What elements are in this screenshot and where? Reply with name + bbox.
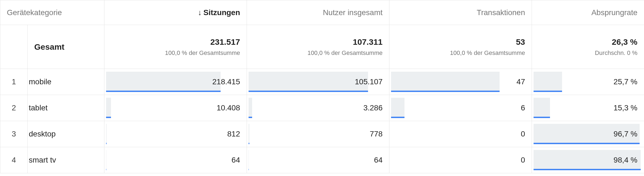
totals-absprungrate: 26,3 % Durchschn. 0 %	[532, 25, 644, 69]
row-metric-value: 10.408	[104, 95, 247, 121]
totals-sitzungen-value: 231.517	[111, 37, 240, 47]
totals-nutzer: 107.311 100,0 % der Gesamtsumme	[247, 25, 389, 69]
row-category[interactable]: smart tv	[28, 147, 104, 173]
row-metric-value: 47	[389, 69, 532, 95]
row-category[interactable]: desktop	[28, 121, 104, 147]
row-metric: 25,7 %	[532, 69, 644, 95]
row-index: 4	[0, 147, 28, 173]
row-metric-value: 6	[389, 95, 532, 121]
totals-idx	[0, 25, 28, 69]
row-metric-value: 778	[247, 121, 389, 147]
row-index: 3	[0, 121, 28, 147]
sort-desc-icon: ↓	[198, 8, 202, 17]
totals-sitzungen: 231.517 100,0 % der Gesamtsumme	[104, 25, 247, 69]
col-header-sitzungen[interactable]: ↓Sitzungen	[104, 0, 247, 25]
row-metric: 105.107	[247, 69, 389, 95]
row-index: 1	[0, 69, 28, 95]
row-category[interactable]: tablet	[28, 95, 104, 121]
col-header-transaktionen-label: Transaktionen	[477, 8, 525, 17]
row-metric-value: 3.286	[247, 95, 389, 121]
row-metric: 10.408	[104, 95, 247, 121]
row-metric: 218.415	[104, 69, 247, 95]
row-metric: 15,3 %	[532, 95, 644, 121]
col-header-category[interactable]: Gerätekategorie	[0, 0, 104, 25]
row-metric-value: 96,7 %	[532, 121, 644, 147]
totals-row: Gesamt 231.517 100,0 % der Gesamtsumme 1…	[0, 25, 644, 69]
totals-label-cell: Gesamt	[28, 25, 104, 69]
row-metric: 47	[389, 69, 532, 95]
row-category[interactable]: mobile	[28, 69, 104, 95]
row-metric-value: 218.415	[104, 69, 247, 95]
col-header-transaktionen[interactable]: Transaktionen	[389, 0, 532, 25]
totals-transaktionen: 53 100,0 % der Gesamtsumme	[389, 25, 532, 69]
row-index: 2	[0, 95, 28, 121]
col-header-absprungrate-label: Absprungrate	[591, 8, 637, 17]
col-header-sitzungen-label: Sitzungen	[203, 8, 240, 17]
row-metric: 778	[247, 121, 389, 147]
row-metric-value: 64	[247, 147, 389, 173]
totals-nutzer-value: 107.311	[253, 37, 383, 47]
row-metric: 98,4 %	[532, 147, 644, 173]
totals-sitzungen-sub: 100,0 % der Gesamtsumme	[111, 49, 240, 57]
row-metric-value: 25,7 %	[532, 69, 644, 95]
totals-absprungrate-sub: Durchschn. 0 %	[538, 49, 637, 57]
row-metric: 64	[104, 147, 247, 173]
col-header-nutzer-label: Nutzer insgesamt	[323, 8, 383, 17]
row-metric: 0	[389, 121, 532, 147]
row-metric-value: 0	[389, 147, 532, 173]
row-metric-value: 98,4 %	[532, 147, 644, 173]
row-metric-value: 64	[104, 147, 247, 173]
col-header-category-label: Gerätekategorie	[7, 8, 62, 17]
table-header-row: Gerätekategorie ↓Sitzungen Nutzer insges…	[0, 0, 644, 25]
row-metric: 6	[389, 95, 532, 121]
row-metric: 3.286	[247, 95, 389, 121]
analytics-table: Gerätekategorie ↓Sitzungen Nutzer insges…	[0, 0, 644, 173]
table-row[interactable]: 1mobile218.415105.1074725,7 %	[0, 69, 644, 95]
col-header-nutzer[interactable]: Nutzer insgesamt	[247, 0, 389, 25]
totals-nutzer-sub: 100,0 % der Gesamtsumme	[253, 49, 383, 57]
totals-absprungrate-value: 26,3 %	[538, 37, 637, 47]
row-metric: 96,7 %	[532, 121, 644, 147]
row-metric-value: 0	[389, 121, 532, 147]
totals-transaktionen-sub: 100,0 % der Gesamtsumme	[396, 49, 525, 57]
table-row[interactable]: 3desktop812778096,7 %	[0, 121, 644, 147]
table-row[interactable]: 4smart tv6464098,4 %	[0, 147, 644, 173]
totals-label: Gesamt	[34, 42, 64, 51]
row-metric: 0	[389, 147, 532, 173]
row-metric-value: 15,3 %	[532, 95, 644, 121]
col-header-absprungrate[interactable]: Absprungrate	[532, 0, 644, 25]
row-metric-value: 812	[104, 121, 247, 147]
row-metric-value: 105.107	[247, 69, 389, 95]
table-row[interactable]: 2tablet10.4083.286615,3 %	[0, 95, 644, 121]
row-metric: 812	[104, 121, 247, 147]
totals-transaktionen-value: 53	[396, 37, 525, 47]
row-metric: 64	[247, 147, 389, 173]
